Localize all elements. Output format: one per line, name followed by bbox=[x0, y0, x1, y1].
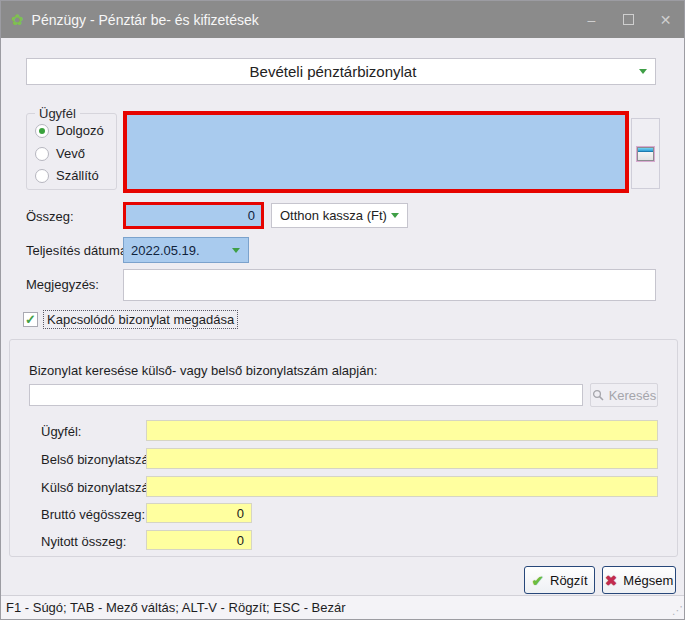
document-type-select[interactable]: Bevételi pénztárbizonylat bbox=[26, 58, 656, 85]
date-picker[interactable]: 2022.05.19. bbox=[123, 237, 249, 263]
radio-szallito-label: Szállító bbox=[56, 168, 99, 183]
amount-label: Összeg: bbox=[26, 209, 74, 224]
check-icon: ✔ bbox=[531, 573, 544, 588]
maximize-button[interactable] bbox=[610, 1, 647, 38]
status-bar: F1 - Súgó; TAB - Mező váltás; ALT-V - Rö… bbox=[1, 595, 684, 619]
related-document-label: Kapcsolódó bizonylat megadása bbox=[44, 311, 237, 328]
internal-docnumber-label: Belső bizonylatszám: bbox=[41, 452, 163, 467]
status-text: F1 - Súgó; TAB - Mező váltás; ALT-V - Rö… bbox=[6, 600, 346, 615]
minimize-button[interactable]: – bbox=[573, 1, 610, 38]
radio-vevo[interactable]: Vevő bbox=[35, 146, 85, 161]
window-title: Pénzügy - Pénztár be- és kifizetések bbox=[32, 12, 259, 28]
resize-grip[interactable]: ⋰ bbox=[672, 604, 682, 617]
amount-field-wrap bbox=[123, 202, 264, 229]
partner-group-label: Ügyfél bbox=[35, 106, 80, 121]
search-button-label: Keresés bbox=[609, 388, 657, 403]
date-label: Teljesítés dátuma: bbox=[26, 243, 131, 258]
internal-docnumber-field bbox=[146, 448, 658, 469]
radio-vevo-label: Vevő bbox=[56, 146, 85, 161]
radio-dolgozo-label: Dolgozó bbox=[56, 123, 104, 138]
chevron-down-icon bbox=[639, 69, 647, 74]
app-icon: ✿ bbox=[11, 12, 24, 27]
radio-unselected-icon bbox=[35, 169, 49, 183]
radio-szallito[interactable]: Szállító bbox=[35, 168, 99, 183]
app-window: ✿ Pénzügy - Pénztár be- és kifizetések –… bbox=[0, 0, 685, 620]
cancel-button-label: Mégsem bbox=[623, 573, 673, 588]
client-lookup-button[interactable] bbox=[631, 118, 660, 189]
close-button[interactable]: ✕ bbox=[647, 1, 684, 38]
lookup-client-field bbox=[146, 420, 658, 441]
cancel-button[interactable]: ✖ Mégsem bbox=[602, 566, 676, 594]
x-icon: ✖ bbox=[605, 573, 618, 588]
checkbox-check-icon: ✓ bbox=[23, 312, 38, 327]
maximize-icon bbox=[623, 14, 634, 25]
client-field[interactable] bbox=[123, 111, 629, 193]
search-input[interactable] bbox=[29, 384, 583, 406]
title-bar[interactable]: ✿ Pénzügy - Pénztár be- és kifizetések –… bbox=[1, 1, 684, 38]
external-docnumber-label: Külső bizonylatszám: bbox=[41, 480, 163, 495]
save-button-label: Rögzít bbox=[550, 573, 588, 588]
search-label: Bizonylat keresése külső- vagy belső biz… bbox=[29, 363, 377, 378]
open-amount-field: 0 bbox=[146, 530, 252, 550]
radio-unselected-icon bbox=[35, 147, 49, 161]
cash-register-value: Otthon kassza (Ft) bbox=[272, 208, 391, 223]
radio-selected-icon bbox=[35, 124, 49, 138]
related-document-checkbox[interactable]: ✓ Kapcsolódó bizonylat megadása bbox=[23, 311, 237, 328]
gross-total-label: Bruttó végösszeg: bbox=[41, 507, 145, 522]
cash-register-select[interactable]: Otthon kassza (Ft) bbox=[271, 203, 408, 228]
comment-input[interactable] bbox=[123, 269, 656, 301]
chevron-down-icon bbox=[391, 213, 399, 218]
gross-total-field: 0 bbox=[146, 503, 252, 523]
open-amount-label: Nyitott összeg: bbox=[41, 534, 126, 549]
save-button[interactable]: ✔ Rögzít bbox=[524, 566, 595, 594]
amount-input[interactable] bbox=[126, 205, 261, 226]
chevron-down-icon bbox=[232, 248, 240, 253]
external-docnumber-field bbox=[146, 476, 658, 497]
search-button[interactable]: Keresés bbox=[590, 383, 658, 407]
date-value: 2022.05.19. bbox=[124, 243, 232, 258]
search-icon bbox=[592, 389, 604, 401]
lookup-client-label: Ügyfél: bbox=[41, 424, 81, 439]
comment-label: Megjegyzés: bbox=[26, 277, 99, 292]
radio-dolgozo[interactable]: Dolgozó bbox=[35, 123, 104, 138]
document-type-value: Bevételi pénztárbizonylat bbox=[27, 63, 639, 80]
form-lookup-icon bbox=[637, 147, 654, 161]
